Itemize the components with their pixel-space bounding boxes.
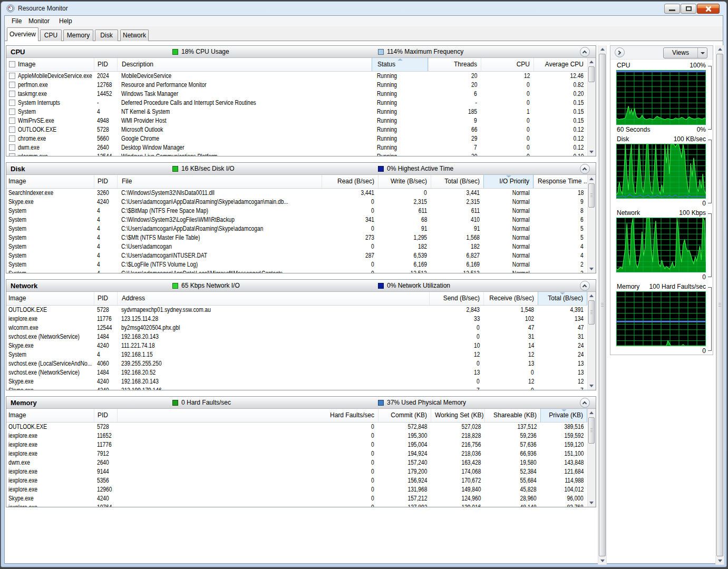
scroll-up-button[interactable]: [716, 45, 724, 53]
row-checkbox[interactable]: [9, 91, 15, 97]
column-header-write-b-sec[interactable]: Write (B/sec): [378, 175, 431, 188]
column-header-pid[interactable]: PID: [94, 292, 117, 305]
select-all-checkbox[interactable]: [9, 61, 15, 67]
table-row[interactable]: System4NT Kernel & SystemRunning18510.15: [6, 107, 587, 116]
scrollbar-thumb[interactable]: [716, 54, 723, 556]
table-row[interactable]: svchost.exe (NetworkService)1484192.168.…: [6, 368, 587, 377]
scrollbar-thumb[interactable]: [599, 54, 606, 556]
tab-network[interactable]: Network: [120, 30, 149, 41]
table-row[interactable]: taskmgr.exe14452Windows Task ManagerRunn…: [6, 90, 587, 99]
network-panel-scrollbar[interactable]: [587, 292, 596, 390]
scroll-down-button[interactable]: [588, 265, 595, 273]
maximize-button[interactable]: [681, 4, 696, 14]
table-row[interactable]: System4C:\Users\adamcogan0182182Normal4: [6, 242, 587, 251]
table-row[interactable]: Skype.exe4240C:\Users\adamcogan\AppData\…: [6, 198, 587, 207]
row-checkbox[interactable]: [9, 73, 15, 79]
column-header-image[interactable]: Image: [6, 175, 94, 188]
column-header-average-cpu[interactable]: Average CPU: [533, 58, 587, 71]
table-row[interactable]: iexplore.exe107640137,892139,01648,14883…: [6, 503, 587, 507]
minimize-button[interactable]: [664, 4, 680, 14]
scroll-down-button[interactable]: [588, 148, 595, 156]
table-row[interactable]: OUTLOOK.EXE5728sydvmapexchp01.sydney.ssw…: [6, 306, 587, 315]
scroll-down-button[interactable]: [588, 382, 595, 390]
column-header-pid[interactable]: PID: [94, 175, 117, 188]
right-vertical-scrollbar[interactable]: [715, 45, 724, 565]
table-row[interactable]: iexplore.exe79120194,924218,03666,936151…: [6, 449, 587, 458]
column-header-commit-kb[interactable]: Commit (KB): [378, 409, 431, 422]
menu-file[interactable]: File: [8, 16, 25, 26]
scroll-up-button[interactable]: [598, 45, 606, 53]
table-row[interactable]: iexplore.exe11776123.125.114.2833102134: [6, 315, 587, 323]
table-row[interactable]: iexplore.exe117760195,004216,75657,63615…: [6, 440, 587, 449]
table-row[interactable]: iexplore.exe53560156,924170,67255,684114…: [6, 476, 587, 485]
table-row[interactable]: Skype.exe4240213.199.179.146707: [6, 386, 587, 390]
collapse-sidebar-button[interactable]: [615, 47, 625, 57]
table-row[interactable]: System4C:\Windows\System32\LogFiles\WMI\…: [6, 215, 587, 224]
tab-memory[interactable]: Memory: [63, 30, 93, 41]
column-header-pid[interactable]: PID: [94, 409, 117, 422]
table-row[interactable]: System4C:\Users\adamcogan\NTUSER.DAT2876…: [6, 251, 587, 260]
row-checkbox[interactable]: [9, 82, 15, 88]
collapse-panel-button[interactable]: [580, 398, 590, 408]
close-button[interactable]: [697, 4, 720, 14]
column-header-address[interactable]: Address: [117, 292, 429, 305]
column-header-cpu[interactable]: CPU: [481, 58, 533, 71]
collapse-panel-button[interactable]: [580, 47, 590, 57]
table-row[interactable]: System4C:\$Mft (NTFS Master File Table)2…: [6, 233, 587, 242]
table-row[interactable]: System4C:\Users\adamcogan\AppData\Roamin…: [6, 224, 587, 233]
row-checkbox[interactable]: [9, 126, 15, 133]
column-header-image[interactable]: Image: [6, 292, 94, 305]
table-row[interactable]: dwm.exe26400157,240163,42819,580143,848: [6, 458, 587, 467]
scroll-up-button[interactable]: [588, 409, 595, 417]
table-row[interactable]: OUTLOOK.EXE5728Microsoft OutlookRunning6…: [6, 125, 587, 134]
scroll-up-button[interactable]: [588, 292, 595, 300]
menu-help[interactable]: Help: [55, 16, 76, 26]
table-row[interactable]: Skype.exe42400157,212124,96028,96096,000: [6, 494, 587, 503]
table-row[interactable]: System4C:\$BitMap (NTFS Free Space Map)0…: [6, 207, 587, 215]
table-row[interactable]: perfmon.exe12768Resource and Performance…: [6, 81, 587, 90]
table-row[interactable]: svchost.exe (LocalServiceAndNo...4060239…: [6, 359, 587, 368]
row-checkbox[interactable]: [9, 135, 15, 142]
table-row[interactable]: wlcomm.exe12544Windows Live Communicatio…: [6, 152, 587, 156]
column-header-response-time[interactable]: Response Time ...: [533, 175, 587, 188]
table-row[interactable]: System4192.168.1.15121224: [6, 350, 587, 359]
table-row[interactable]: WmiPrvSE.exe4948WMI Provider HostRunning…: [6, 116, 587, 125]
scrollbar-thumb[interactable]: [588, 66, 595, 82]
tab-disk[interactable]: Disk: [95, 30, 118, 41]
table-row[interactable]: AppleMobileDeviceService.exe2024MobileDe…: [6, 72, 587, 81]
column-header-file[interactable]: File: [117, 175, 322, 188]
main-vertical-scrollbar[interactable]: [598, 45, 607, 565]
cpu-panel-scrollbar[interactable]: [587, 58, 596, 156]
table-row[interactable]: svchost.exe (NetworkService)1484192.168.…: [6, 332, 587, 341]
table-row[interactable]: Skype.exe4240111.221.74.18101424: [6, 341, 587, 350]
views-button[interactable]: Views: [663, 47, 707, 58]
row-checkbox[interactable]: [9, 153, 15, 156]
menu-monitor[interactable]: Monitor: [25, 16, 53, 26]
table-row[interactable]: iexplore.exe129600131,968149,84045,82810…: [6, 485, 587, 494]
table-row[interactable]: System Interrupts-Deferred Procedure Cal…: [6, 99, 587, 107]
row-checkbox[interactable]: [9, 117, 15, 124]
column-header-working-set-kb[interactable]: Working Set (KB): [431, 409, 484, 422]
column-header-send-b-sec[interactable]: Send (B/sec): [429, 292, 483, 305]
memory-panel-scrollbar[interactable]: [587, 409, 596, 507]
column-header-read-b-sec[interactable]: Read (B/sec): [322, 175, 378, 188]
table-row[interactable]: System4C:\Users\adamcogan\AppData\Local\…: [6, 269, 587, 273]
titlebar[interactable]: Resource Monitor: [1, 2, 726, 15]
table-row[interactable]: SearchIndexer.exe3260C:\Windows\System32…: [6, 189, 587, 198]
tab-cpu[interactable]: CPU: [40, 30, 62, 41]
scrollbar-thumb[interactable]: [588, 300, 595, 325]
table-row[interactable]: Skype.exe4240192.168.20.14301212: [6, 377, 587, 386]
table-row[interactable]: System4C:\$LogFile (NTFS Volume Log)06,1…: [6, 260, 587, 269]
scroll-down-button[interactable]: [716, 557, 724, 565]
column-header-hard-faults-sec[interactable]: Hard Faults/sec: [117, 409, 378, 422]
column-header-description[interactable]: Description: [117, 58, 372, 71]
row-checkbox[interactable]: [9, 109, 15, 115]
scrollbar-thumb[interactable]: [588, 417, 595, 444]
column-header-total-b-sec[interactable]: Total (B/sec): [431, 175, 483, 188]
row-checkbox[interactable]: [9, 144, 15, 151]
table-row[interactable]: chrome.exe5660Google ChromeRunning2900.1…: [6, 134, 587, 143]
table-row[interactable]: dwm.exe2640Desktop Window ManagerRunning…: [6, 143, 587, 152]
column-header-image[interactable]: Image: [6, 409, 94, 422]
column-header-receive-b-sec[interactable]: Receive (B/sec): [483, 292, 538, 305]
disk-panel-scrollbar[interactable]: [587, 175, 596, 273]
